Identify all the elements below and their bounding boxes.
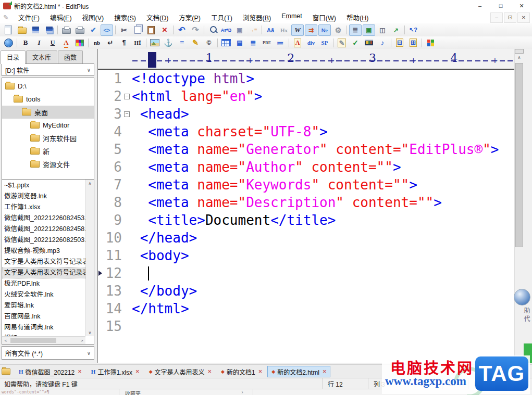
close-icon[interactable]: ✕ xyxy=(511,0,532,11)
help-pointer-icon[interactable]: ↖? xyxy=(407,24,419,36)
code-line[interactable]: 11 <body> xyxy=(98,247,515,264)
doc-tab-0[interactable]: H微信截图_202212✕ xyxy=(15,366,86,377)
sidebar-tab-0[interactable]: 目录 xyxy=(1,50,26,64)
open-folder-icon[interactable] xyxy=(16,24,28,36)
tree-item[interactable]: MyEditor xyxy=(2,119,94,132)
line-break-icon[interactable]: ↵ xyxy=(104,37,117,48)
close-tab-icon[interactable]: ✕ xyxy=(78,369,82,374)
chevron-down-icon[interactable]: ∨ xyxy=(87,67,91,73)
close-tab-icon[interactable]: ✕ xyxy=(208,369,212,374)
form-icon[interactable]: ⊟ xyxy=(393,37,406,48)
media-icon[interactable] xyxy=(363,37,375,48)
div-box-icon[interactable]: ▤ xyxy=(233,37,246,48)
html-tags-icon[interactable]: <> xyxy=(101,24,113,36)
scroll-left-icon[interactable]: < xyxy=(2,337,9,344)
save-all-icon[interactable] xyxy=(43,24,55,36)
editor-panel[interactable]: +1+2+3+4+ 1<!doctype html>2–<html lang="… xyxy=(97,49,524,363)
print-preview-icon[interactable] xyxy=(60,24,72,36)
font-color-icon[interactable]: A xyxy=(60,37,72,48)
preferences-icon[interactable]: ⚙ xyxy=(332,24,344,36)
code-line[interactable]: 9 <title>Document</title> xyxy=(98,211,515,229)
code-area[interactable]: 1<!doctype html>2–<html lang="en">3– <he… xyxy=(98,70,515,363)
doc-tab-1[interactable]: H工作簿1.xlsx✕ xyxy=(87,366,144,377)
form-field-icon[interactable]: ⊞ xyxy=(407,37,419,48)
paste-icon[interactable] xyxy=(145,24,157,36)
file-list-item[interactable]: 微信截图_20221226082458.pr xyxy=(2,224,85,235)
menu-document[interactable]: 文档(D) xyxy=(141,11,174,23)
new-file-icon[interactable] xyxy=(2,24,15,36)
menu-file[interactable]: 文件(F) xyxy=(13,11,45,23)
tree-item[interactable]: 桌面 xyxy=(2,106,94,119)
script-check-icon[interactable]: ✓ xyxy=(349,37,362,48)
nbsp-icon[interactable]: nb xyxy=(91,37,103,48)
code-line[interactable]: 10 </head> xyxy=(98,229,515,247)
line-number-icon[interactable]: № xyxy=(318,24,331,36)
delete-icon[interactable]: ✕ xyxy=(158,24,171,36)
find-in-files-icon[interactable]: ▣ xyxy=(233,24,246,36)
scroll-up-icon[interactable]: ∧ xyxy=(86,180,94,187)
paragraph-icon[interactable]: ¶ xyxy=(118,37,130,48)
file-list-hscrollbar[interactable]: < > xyxy=(2,336,85,344)
menu-search[interactable]: 搜索(S) xyxy=(109,11,141,23)
menu-project[interactable]: 方案(P) xyxy=(174,11,206,23)
menu-emmet[interactable]: Emmet xyxy=(276,11,307,23)
file-list-vscrollbar[interactable]: ∧ ∨ xyxy=(85,180,94,336)
copyright-icon[interactable]: © xyxy=(203,37,215,48)
tree-item[interactable]: D:\ xyxy=(2,80,94,93)
drive-selector[interactable]: [D:] 软件 ∨ xyxy=(2,63,94,76)
find-icon[interactable] xyxy=(206,24,219,36)
file-list-item[interactable]: 微信截图_20221226082503.pr xyxy=(2,235,85,246)
heading-icon[interactable]: HĪ xyxy=(131,37,144,48)
copy-icon[interactable] xyxy=(131,24,144,36)
windows-colors-icon[interactable] xyxy=(424,37,437,48)
bold-icon[interactable]: B xyxy=(19,37,32,48)
code-line[interactable]: 3– <head> xyxy=(98,105,515,123)
code-line[interactable]: 1<!doctype html> xyxy=(98,70,515,87)
code-line[interactable]: 2–<html lang="en"> xyxy=(98,87,515,105)
code-line[interactable]: 8 <meta name="Description" content=""> xyxy=(98,194,515,211)
scroll-up-icon[interactable]: ∧ xyxy=(515,54,524,61)
file-list-item[interactable]: 文字是人类用表义符号记录表达 xyxy=(2,257,85,267)
hex-view-icon[interactable]: Hx xyxy=(278,24,290,36)
cut-icon[interactable]: ✂ xyxy=(118,24,130,36)
file-list-item[interactable]: 极光PDF.lnk xyxy=(2,278,85,289)
font-tag-icon[interactable]: A xyxy=(291,37,304,48)
image-icon[interactable] xyxy=(149,37,161,48)
tree-item[interactable]: 新 xyxy=(2,145,94,158)
close-tab-icon[interactable]: ✕ xyxy=(323,369,327,374)
tree-item[interactable]: tools xyxy=(2,93,94,106)
chevron-down-icon[interactable]: ∨ xyxy=(87,350,91,356)
spell-check-icon[interactable]: ✔ xyxy=(87,24,100,36)
code-line[interactable]: 6 <meta name="Author" content=""> xyxy=(98,158,515,176)
replace-icon[interactable]: A⇄B xyxy=(220,24,232,36)
browser-window-icon[interactable]: ◫ xyxy=(376,24,389,36)
browser-icon[interactable] xyxy=(2,37,15,48)
mdi-restore-icon[interactable]: ⊡ xyxy=(504,12,516,23)
font-size-icon[interactable]: Aā xyxy=(264,24,277,36)
hscroll-thumb[interactable] xyxy=(10,338,56,343)
goto-line-icon[interactable]: →≡ xyxy=(247,24,259,36)
center-text-icon[interactable]: ≣ xyxy=(247,37,259,48)
anchor-icon[interactable]: ⚓ xyxy=(162,37,175,48)
doc-tab-3[interactable]: ◆新的文档1✕ xyxy=(217,366,266,377)
vscroll-thumb[interactable] xyxy=(515,63,523,247)
redo-icon[interactable]: ↷ xyxy=(189,24,202,36)
file-list-item[interactable]: 微信截图_20221226082453.pr xyxy=(2,213,85,224)
menu-browser[interactable]: 浏览器(B) xyxy=(238,11,276,23)
div-tag-icon[interactable]: div xyxy=(305,37,317,48)
file-filter-selector[interactable]: 所有文件 (*.*) ∨ xyxy=(2,346,94,360)
print-icon[interactable] xyxy=(73,24,86,36)
close-tab-icon[interactable]: ✕ xyxy=(258,369,263,374)
file-list-item[interactable]: 提取音频-视频.mp3 xyxy=(2,246,85,257)
minimize-icon[interactable]: – xyxy=(469,0,490,11)
word-wrap-icon[interactable]: W xyxy=(291,24,304,36)
code-line[interactable]: 14</html> xyxy=(98,300,515,317)
doc-tab-2[interactable]: ◆文字是人类用表义✕ xyxy=(145,366,216,377)
music-icon[interactable]: ♪ xyxy=(376,37,389,48)
cliptext-panel-icon[interactable]: ≣ xyxy=(349,24,362,36)
fold-toggle-icon[interactable]: – xyxy=(124,111,130,117)
table-icon[interactable] xyxy=(220,37,232,48)
sidebar-tab-2[interactable]: 函数 xyxy=(58,50,83,64)
scroll-right-icon[interactable]: > xyxy=(78,337,85,344)
textarea-icon[interactable]: ✎ xyxy=(189,37,202,48)
